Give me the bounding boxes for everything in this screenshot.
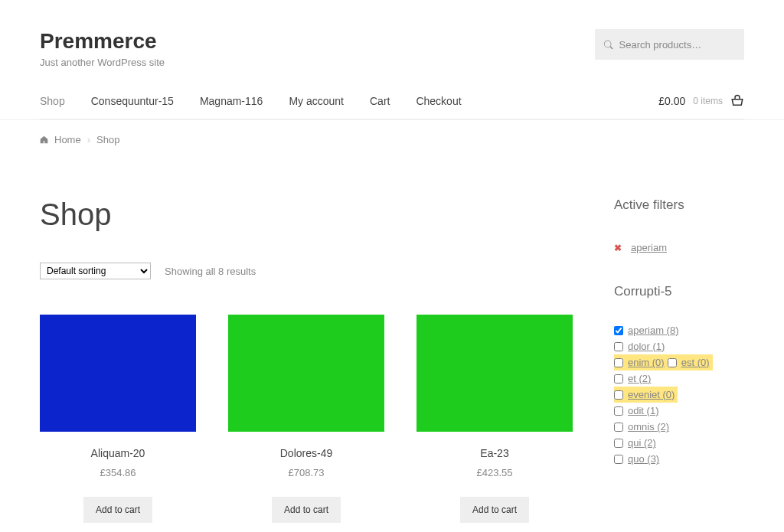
active-filter-link[interactable]: aperiam bbox=[631, 242, 667, 253]
nav-item-account[interactable]: My account bbox=[289, 95, 344, 107]
filter-group-title: Corrupti-5 bbox=[614, 284, 744, 299]
search-icon bbox=[604, 40, 613, 50]
basket-icon bbox=[730, 94, 744, 108]
product-image[interactable] bbox=[228, 315, 384, 432]
nav-menu: Shop Consequuntur-15 Magnam-116 My accou… bbox=[40, 95, 462, 107]
product-price: £708.73 bbox=[228, 467, 384, 478]
filter-label[interactable]: eveniet (0) bbox=[628, 389, 675, 400]
search-input[interactable] bbox=[619, 39, 735, 51]
breadcrumb-separator: › bbox=[87, 134, 90, 145]
filter-item: et (2) bbox=[614, 370, 744, 387]
brand-block: Premmerce Just another WordPress site bbox=[40, 29, 165, 68]
search-box[interactable] bbox=[595, 29, 744, 60]
product-price: £423.55 bbox=[416, 467, 573, 478]
filter-label[interactable]: est (0) bbox=[681, 357, 710, 368]
filter-item: est (0) bbox=[668, 354, 713, 370]
nav-item-magnam[interactable]: Magnam-116 bbox=[200, 95, 263, 107]
brand-tagline: Just another WordPress site bbox=[40, 57, 165, 68]
filter-checkbox[interactable] bbox=[614, 342, 623, 351]
filter-label[interactable]: quo (3) bbox=[628, 453, 659, 465]
product-image[interactable] bbox=[40, 315, 196, 432]
filter-item: quo (3) bbox=[614, 451, 744, 467]
filter-item: enim (0) bbox=[614, 354, 668, 370]
product-price: £354.86 bbox=[40, 467, 196, 478]
add-to-cart-button[interactable]: Add to cart bbox=[83, 497, 152, 523]
product-image[interactable] bbox=[416, 315, 573, 432]
page-title: Shop bbox=[40, 197, 576, 232]
filter-checkbox[interactable] bbox=[614, 455, 623, 464]
filter-label[interactable]: enim (0) bbox=[628, 357, 665, 368]
filter-checkbox[interactable] bbox=[668, 358, 677, 367]
add-to-cart-button[interactable]: Add to cart bbox=[460, 497, 529, 523]
product-name[interactable]: Dolores-49 bbox=[228, 447, 384, 459]
cart-items-count: 0 items bbox=[693, 96, 723, 106]
nav-item-shop[interactable]: Shop bbox=[40, 95, 65, 107]
filter-checkbox[interactable] bbox=[614, 390, 623, 400]
filter-item: aperiam (8) bbox=[614, 322, 744, 338]
sort-select[interactable]: Default sorting bbox=[40, 263, 151, 279]
brand-title[interactable]: Premmerce bbox=[40, 29, 165, 54]
result-count: Showing all 8 results bbox=[165, 266, 256, 277]
product-grid: Aliquam-20£354.86Add to cartDolores-49£7… bbox=[40, 315, 576, 523]
remove-filter-icon[interactable]: ✖ bbox=[614, 243, 622, 253]
filter-label[interactable]: dolor (1) bbox=[628, 341, 665, 352]
active-filters-title: Active filters bbox=[614, 197, 744, 213]
cart-block[interactable]: £0.00 0 items bbox=[658, 94, 744, 108]
filter-item: dolor (1) bbox=[614, 338, 744, 354]
filter-item: qui (2) bbox=[614, 435, 744, 451]
cart-price: £0.00 bbox=[658, 95, 685, 107]
product-name[interactable]: Ea-23 bbox=[416, 447, 573, 459]
breadcrumb-current: Shop bbox=[96, 134, 119, 145]
filter-item: eveniet (0) bbox=[614, 387, 678, 403]
add-to-cart-button[interactable]: Add to cart bbox=[272, 497, 341, 523]
filter-label[interactable]: et (2) bbox=[628, 373, 651, 384]
filter-label[interactable]: omnis (2) bbox=[628, 421, 669, 432]
filter-checkbox[interactable] bbox=[614, 374, 623, 383]
active-filter-item: ✖ aperiam bbox=[614, 242, 744, 253]
filter-checkbox[interactable] bbox=[614, 423, 623, 432]
filter-checkbox[interactable] bbox=[614, 358, 623, 367]
nav-item-consequuntur[interactable]: Consequuntur-15 bbox=[91, 95, 174, 107]
product-name[interactable]: Aliquam-20 bbox=[40, 447, 196, 459]
nav-item-checkout[interactable]: Checkout bbox=[416, 95, 461, 107]
filter-checkbox[interactable] bbox=[614, 326, 623, 335]
filter-label[interactable]: aperiam (8) bbox=[628, 325, 678, 336]
nav-item-cart[interactable]: Cart bbox=[370, 95, 390, 107]
product-card: Dolores-49£708.73Add to cart bbox=[228, 315, 384, 523]
filter-checkbox[interactable] bbox=[614, 406, 623, 416]
filter-label[interactable]: odit (1) bbox=[628, 405, 658, 416]
product-card: Aliquam-20£354.86Add to cart bbox=[40, 315, 196, 523]
product-card: Ea-23£423.55Add to cart bbox=[416, 315, 573, 523]
home-icon bbox=[40, 135, 48, 144]
breadcrumb-home[interactable]: Home bbox=[54, 134, 81, 145]
filter-checkbox[interactable] bbox=[614, 439, 623, 448]
filter-item: omnis (2) bbox=[614, 419, 744, 435]
filter-list: aperiam (8) dolor (1) enim (0) est (0) e… bbox=[614, 322, 744, 467]
filter-label[interactable]: qui (2) bbox=[628, 437, 656, 449]
breadcrumb: Home › Shop bbox=[40, 120, 744, 159]
filter-item: odit (1) bbox=[614, 403, 744, 419]
